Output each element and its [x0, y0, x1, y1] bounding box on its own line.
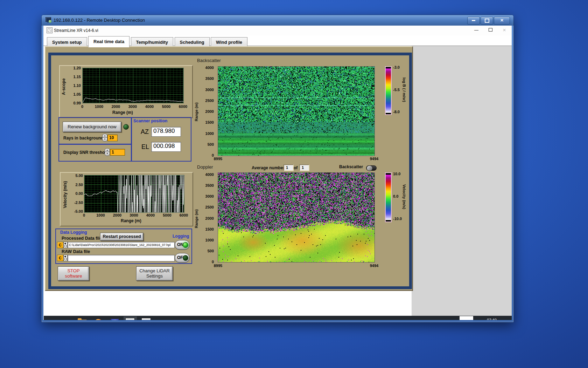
processed-drive-select[interactable]: C — [57, 242, 63, 248]
scan-sched-window-active[interactable]: Scan sched — [124, 316, 137, 320]
tab-wind-profile[interactable]: Wind profile — [211, 37, 247, 47]
backscatter-toggle-label: Backscatter — [339, 164, 363, 169]
file-explorer-button[interactable] — [76, 316, 89, 320]
taskbar: WEEK Scan sched Scan sch — [44, 316, 512, 320]
vi-window: StreamLine XR v14-6.vi — ✕ System setup … — [43, 26, 512, 320]
tick-label: 1000 — [205, 131, 214, 136]
scan-sched-icon: Scan sched — [125, 318, 135, 320]
vi-icon — [47, 27, 52, 33]
tick-label: 1.20 — [74, 66, 81, 70]
tick-label: 500 — [208, 142, 214, 146]
logging-label: Logging — [173, 234, 189, 239]
of-count-field[interactable]: 1 — [299, 164, 309, 171]
average-number-field[interactable]: 1 — [284, 164, 294, 171]
scan-sched-icon: Scan sched — [141, 318, 151, 320]
backscatter-ytick-labels: 40003500300025002000150010005000 — [199, 66, 214, 157]
rdp-titlebar[interactable]: 192.168.0.122 - Remote Desktop Connectio… — [42, 15, 513, 26]
doppler-title: Doppler — [197, 164, 213, 170]
vi-titlebar[interactable]: StreamLine XR v14-6.vi — ✕ — [43, 26, 512, 36]
raw-data-file-label: RAW Data file — [62, 249, 90, 254]
tick-label: 2000 — [110, 213, 125, 217]
language-indicator[interactable]: ENG — [460, 316, 473, 320]
desktop-background: 192.168.0.122 - Remote Desktop Connectio… — [0, 0, 588, 368]
task-view-button[interactable] — [59, 316, 73, 320]
tick-label: 4000 — [142, 104, 157, 109]
rdp-window-title: 192.168.0.122 - Remote Desktop Connectio… — [54, 18, 145, 23]
backscatter-xaxis: 8995 9494 — [210, 157, 382, 161]
backscatter-x-end: 9494 — [366, 157, 382, 161]
doppler-x-start: 8995 — [210, 264, 226, 268]
tab-temp-humidity[interactable]: Temp/humidity — [131, 37, 173, 47]
velocity-ylabel: Velocity (m/s) — [63, 177, 68, 212]
az-field[interactable]: 078.980 — [151, 127, 181, 137]
tick-label: 500 — [208, 249, 214, 253]
tick-label: 3000 — [205, 194, 214, 198]
tick-label: 2000 — [205, 216, 214, 220]
scanner-position-title: Scanner position — [133, 118, 167, 123]
backscatter-colorbar-label: log B ( / m/sr) — [402, 72, 406, 107]
minimize-button[interactable] — [467, 17, 480, 25]
tick-label: 0 — [75, 104, 90, 109]
renew-background-led — [123, 124, 129, 130]
renew-background-button[interactable]: Renew background now — [63, 122, 121, 132]
logging-off-toggle[interactable]: OFF — [175, 253, 190, 263]
backscatter-toggle[interactable] — [366, 165, 377, 171]
maximize-button[interactable] — [481, 17, 493, 25]
el-label: EL — [141, 143, 149, 151]
rays-spinner[interactable]: ▲▼ — [102, 134, 107, 141]
doppler-ytick-labels: 40003500300025002000150010005000 — [199, 172, 214, 264]
tick-label: -5.5 — [393, 88, 400, 92]
change-lidar-line2: Settings — [136, 273, 173, 279]
el-field[interactable]: 000.098 — [151, 142, 181, 152]
ascope-xtick-labels: 0100020003000400050006000 — [75, 104, 191, 109]
vi-restore-button[interactable] — [485, 27, 496, 34]
processed-browse-icon[interactable] — [63, 242, 68, 248]
tick-label: -3.0 — [393, 65, 400, 69]
tick-label: 0.00 — [76, 191, 83, 196]
vi-close-button[interactable]: ✕ — [499, 27, 510, 34]
week-schedule-button[interactable]: WEEK — [108, 316, 121, 320]
file-explorer-icon — [78, 320, 87, 320]
snr-spinner[interactable]: ▲▼ — [105, 148, 109, 155]
tick-label: 1500 — [205, 227, 214, 231]
change-lidar-settings-button[interactable]: Change LiDAR Settings — [136, 266, 173, 281]
tick-label: 3500 — [205, 76, 214, 81]
vi-minimize-button[interactable]: — — [471, 27, 482, 34]
change-lidar-line1: Change LiDAR — [136, 268, 173, 273]
raw-path-field[interactable] — [68, 255, 175, 261]
ascope-graph: A-scope 1.201.151.101.050.99 01000200030… — [59, 65, 193, 118]
processed-data-file-label: Processed Data file — [62, 236, 102, 241]
processed-path-field[interactable]: C:\Lidar\Data\Proc\2023\202308\20230816\… — [68, 242, 175, 248]
week-schedule-icon: WEEK — [111, 319, 119, 320]
logging-on-toggle[interactable]: ON — [175, 240, 190, 250]
tick-label: 3000 — [205, 88, 214, 92]
main-panel: A-scope 1.201.151.101.050.99 01000200030… — [45, 46, 413, 291]
tick-label: 3000 — [125, 104, 140, 109]
tick-label: -2.50 — [74, 200, 83, 205]
backscatter-colorbar — [385, 66, 392, 115]
tick-label: 6000 — [176, 213, 191, 217]
on-led — [183, 242, 188, 248]
raw-browse-icon[interactable] — [63, 255, 68, 261]
scan-sched-window-2[interactable]: Scan sched — [140, 316, 153, 320]
tick-label: 2000 — [108, 104, 124, 109]
raw-drive-select[interactable]: C — [57, 255, 63, 261]
snr-value-field[interactable]: 1 — [110, 149, 125, 156]
of-label: of — [294, 165, 298, 170]
snr-threshold-label: Display SNR threshold — [63, 150, 108, 155]
off-led — [183, 255, 188, 261]
backscatter-ylabel: Range (m) — [194, 96, 198, 128]
tab-real-time-data[interactable]: Real time data — [88, 36, 130, 47]
restart-processed-file-button[interactable]: Restart processed file — [100, 233, 144, 241]
backscatter-title: Backscatter — [197, 58, 221, 63]
tick-label: 3500 — [205, 183, 214, 188]
tab-system-setup[interactable]: System setup — [47, 37, 87, 47]
rays-in-background-label: Rays in background — [63, 136, 104, 141]
close-button[interactable]: ✕ — [494, 17, 510, 25]
firefox-icon — [94, 319, 103, 320]
tab-scheduling[interactable]: Scheduling — [175, 37, 210, 47]
firefox-button[interactable] — [92, 316, 105, 320]
stop-software-button[interactable]: STOP software — [58, 266, 89, 281]
rays-value-field[interactable]: 10 — [107, 135, 118, 141]
average-number-label: Average number — [252, 165, 285, 170]
